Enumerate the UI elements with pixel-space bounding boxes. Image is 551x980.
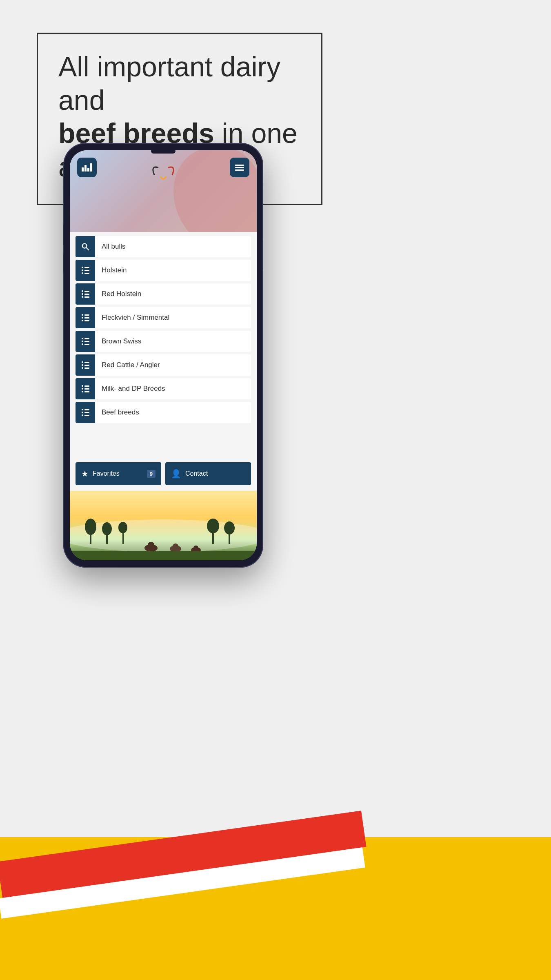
phone-notch xyxy=(151,149,176,154)
phone-frame: All bulls Holstein xyxy=(63,143,263,568)
app-landscape-image xyxy=(70,491,257,560)
menu-label-all-bulls: All bulls xyxy=(95,243,132,251)
svg-point-21 xyxy=(173,543,178,548)
volume-btn-2 xyxy=(63,253,64,274)
chart-bar-2 xyxy=(84,165,87,172)
menu-item-holstein[interactable]: Holstein xyxy=(76,260,251,281)
search-icon xyxy=(81,242,90,251)
volume-btn-1 xyxy=(63,225,64,245)
svg-point-13 xyxy=(224,521,235,535)
hamburger-icon xyxy=(235,165,244,171)
svg-point-25 xyxy=(193,546,198,550)
chart-bar-4 xyxy=(90,163,92,172)
menu-area: All bulls Holstein xyxy=(70,232,257,462)
svg-point-17 xyxy=(148,542,154,548)
menu-item-brown-swiss[interactable]: Brown Swiss xyxy=(76,331,251,352)
menu-item-red-holstein[interactable]: Red Holstein xyxy=(76,283,251,305)
app-logo xyxy=(97,158,230,182)
favorites-label: Favorites xyxy=(93,470,120,477)
contact-label: Contact xyxy=(185,470,208,477)
app-top-bar xyxy=(70,150,257,182)
chart-bar-1 xyxy=(82,167,84,172)
menu-item-all-bulls[interactable]: All bulls xyxy=(76,236,251,257)
list-icon-box-milk-dp xyxy=(76,378,95,399)
search-icon-box xyxy=(76,236,95,257)
list-icon-5 xyxy=(82,361,89,369)
contact-button[interactable]: 👤 Contact xyxy=(165,462,251,485)
list-icon-box-brown-swiss xyxy=(76,331,95,352)
menu-label-holstein: Holstein xyxy=(95,266,133,274)
menu-label-milk-dp: Milk- and DP Breeds xyxy=(95,385,172,393)
chart-bar-3 xyxy=(87,168,89,172)
chart-icon xyxy=(82,163,92,172)
app-header xyxy=(70,150,257,232)
header-text-part1: All important dairy and xyxy=(58,51,280,116)
svg-point-9 xyxy=(118,522,127,533)
svg-line-1 xyxy=(87,248,89,250)
list-icon-4 xyxy=(82,338,89,345)
power-btn xyxy=(263,241,263,270)
favorites-button[interactable]: ★ Favorites 9 xyxy=(76,462,161,485)
menu-item-red-cattle[interactable]: Red Cattle / Angler xyxy=(76,354,251,376)
app-bottom-bar: ★ Favorites 9 👤 Contact xyxy=(70,462,257,491)
list-icon-box-holstein xyxy=(76,260,95,281)
phone-screen: All bulls Holstein xyxy=(70,150,257,560)
app-screen: All bulls Holstein xyxy=(70,150,257,560)
menu-label-beef-breeds: Beef breeds xyxy=(95,408,146,416)
list-icon-6 xyxy=(82,385,89,392)
favorites-badge: 9 xyxy=(147,470,156,478)
list-icon-3 xyxy=(82,314,89,321)
svg-point-7 xyxy=(102,522,112,535)
list-icon-7 xyxy=(82,409,89,416)
menu-item-beef-breeds[interactable]: Beef breeds xyxy=(76,402,251,423)
list-icon-box-beef xyxy=(76,402,95,423)
list-icon xyxy=(82,267,89,274)
list-icon-2 xyxy=(82,290,89,298)
svg-point-5 xyxy=(85,519,96,535)
bar-2 xyxy=(235,167,244,168)
menu-button[interactable] xyxy=(230,158,249,177)
person-icon: 👤 xyxy=(171,469,181,479)
svg-point-11 xyxy=(207,519,219,533)
bar-1 xyxy=(235,165,244,166)
menu-label-brown-swiss: Brown Swiss xyxy=(95,337,148,345)
menu-label-red-holstein: Red Holstein xyxy=(95,290,148,298)
statistics-button[interactable] xyxy=(77,158,97,177)
menu-label-red-cattle: Red Cattle / Angler xyxy=(95,361,167,369)
list-icon-box-red-holstein xyxy=(76,283,95,305)
phone-mockup: All bulls Holstein xyxy=(63,143,263,568)
list-icon-box-fleckvieh xyxy=(76,307,95,328)
svg-rect-26 xyxy=(70,551,257,560)
bar-3 xyxy=(235,169,244,171)
menu-item-milk-dp[interactable]: Milk- and DP Breeds xyxy=(76,378,251,399)
landscape-svg xyxy=(70,491,257,560)
menu-item-fleckvieh[interactable]: Fleckvieh / Simmental xyxy=(76,307,251,328)
menu-label-fleckvieh: Fleckvieh / Simmental xyxy=(95,314,176,322)
list-icon-box-red-cattle xyxy=(76,354,95,376)
logo-svg xyxy=(147,162,180,182)
star-icon: ★ xyxy=(81,469,89,479)
